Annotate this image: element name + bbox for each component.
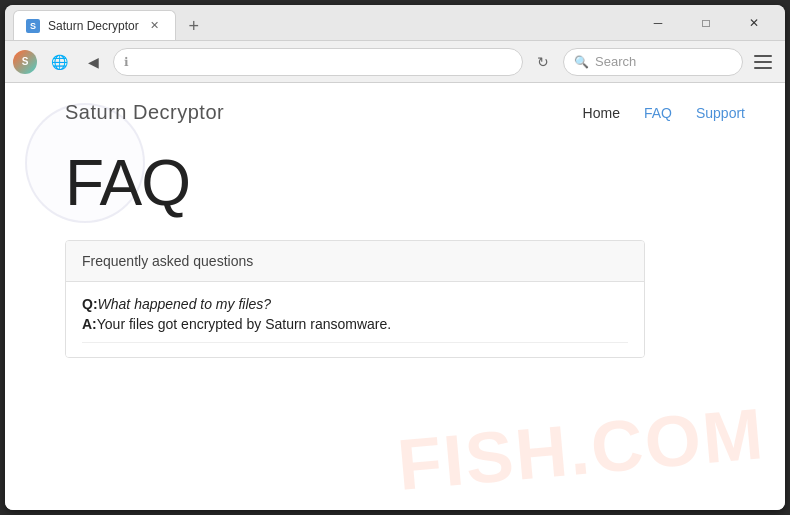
question-label: Q: — [82, 296, 98, 312]
browser-logo: S — [13, 50, 37, 74]
site-title: Saturn Decryptor — [65, 101, 583, 124]
faq-body: Q:What happened to my files? A:Your file… — [66, 282, 644, 357]
menu-line-3 — [754, 67, 772, 69]
reload-button[interactable]: ↻ — [529, 48, 557, 76]
back-button[interactable]: ◀ — [79, 48, 107, 76]
main-content: FAQ Frequently asked questions Q:What ha… — [5, 136, 785, 378]
menu-line-2 — [754, 61, 772, 63]
faq-section: Frequently asked questions Q:What happen… — [65, 240, 645, 358]
tab-close-button[interactable]: ✕ — [147, 18, 163, 34]
answer-label: A: — [82, 316, 97, 332]
menu-button[interactable] — [749, 48, 777, 76]
nav-faq[interactable]: FAQ — [644, 105, 672, 121]
faq-answer-1: A:Your files got encrypted by Saturn ran… — [82, 316, 628, 343]
new-tab-button[interactable]: + — [180, 12, 208, 40]
active-tab[interactable]: S Saturn Decryptor ✕ — [13, 10, 176, 40]
faq-question-1: Q:What happened to my files? — [82, 296, 628, 312]
site-nav: Home FAQ Support — [583, 105, 745, 121]
nav-support[interactable]: Support — [696, 105, 745, 121]
maximize-button[interactable]: □ — [683, 8, 729, 38]
address-bar[interactable]: ℹ — [113, 48, 523, 76]
browser-window: S Saturn Decryptor ✕ + ─ □ ✕ S 🌐 ◀ ℹ ↻ 🔍… — [5, 5, 785, 510]
close-button[interactable]: ✕ — [731, 8, 777, 38]
search-placeholder-text: Search — [595, 54, 636, 69]
nav-bar: S 🌐 ◀ ℹ ↻ 🔍 Search — [5, 41, 785, 83]
globe-icon: 🌐 — [45, 48, 73, 76]
nav-home[interactable]: Home — [583, 105, 620, 121]
tab-favicon: S — [26, 19, 40, 33]
info-icon: ℹ — [124, 55, 129, 69]
faq-section-header: Frequently asked questions — [66, 241, 644, 282]
search-icon: 🔍 — [574, 55, 589, 69]
page-heading: FAQ — [65, 146, 745, 220]
question-text: What happened to my files? — [98, 296, 272, 312]
page-content: FISH.COM Saturn Decryptor Home FAQ Suppo… — [5, 83, 785, 510]
minimize-button[interactable]: ─ — [635, 8, 681, 38]
site-header: Saturn Decryptor Home FAQ Support — [5, 83, 785, 136]
tab-area: S Saturn Decryptor ✕ + — [13, 5, 635, 40]
window-controls: ─ □ ✕ — [635, 8, 777, 38]
watermark: FISH.COM — [394, 392, 768, 506]
menu-line-1 — [754, 55, 772, 57]
search-bar[interactable]: 🔍 Search — [563, 48, 743, 76]
tab-title: Saturn Decryptor — [48, 19, 139, 33]
title-bar: S Saturn Decryptor ✕ + ─ □ ✕ — [5, 5, 785, 41]
answer-text: Your files got encrypted by Saturn ranso… — [97, 316, 391, 332]
